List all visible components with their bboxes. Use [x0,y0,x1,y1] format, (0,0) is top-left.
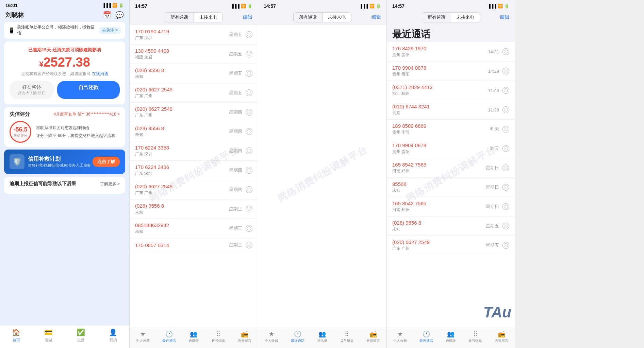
phone-nav-favorites[interactable]: ★ 个人收藏 [136,330,150,343]
call-info-button[interactable]: ⓘ [502,87,509,94]
phone-nav-favorites-p4[interactable]: ★ 个人收藏 [393,330,407,343]
friend-pay-button[interactable]: 好友帮还 压力大 别自己扛 [10,81,54,99]
call-info-button[interactable]: ⓘ [502,68,509,74]
call-item[interactable]: 170 6224 3436广东 深圳星期四ⓘ [130,161,258,180]
phone-nav-favorites-p3[interactable]: ★ 个人收藏 [265,330,278,343]
call-info-button[interactable]: ⓘ [246,31,252,38]
call-item[interactable]: (028) 9556 8未知星期四ⓘ [130,122,258,141]
call-info-button[interactable]: ⓘ [246,225,252,232]
nav-home[interactable]: 🏠 首页 [12,328,20,343]
call-location: 广东 深圳 [135,35,229,41]
edit-button-p2[interactable]: 编辑 [243,14,252,20]
call-item[interactable]: 130 4590 4408福建 龙岩星期五ⓘ [130,45,258,64]
call-info-button[interactable]: ⓘ [502,48,509,55]
call-item[interactable]: 085188632942未知星期三ⓘ [130,219,258,238]
call-info-button[interactable]: ⓘ [246,89,252,96]
call-info-button[interactable]: ⓘ [246,109,252,116]
phone-nav-keypad[interactable]: ⠿ 拨号键盘 [212,330,225,343]
call-item[interactable]: (028) 9556 8未知星期五ⓘ [387,216,515,236]
call-day: 14:31 [488,49,499,54]
status-icons-p1: ▐▐▐ 🛜 🔋 [102,3,124,8]
phone-nav-keypad-p4[interactable]: ⠿ 拨号键盘 [468,330,482,343]
call-item[interactable]: (028) 9556 8未知星期三ⓘ [130,199,258,219]
phone-nav-contacts-p4[interactable]: 👥 通讯录 [446,330,456,343]
call-info-button[interactable]: ⓘ [246,186,252,193]
edit-button-p4[interactable]: 编辑 [500,14,509,20]
nav-life[interactable]: ✅ 生活 [77,328,85,343]
call-info-button[interactable]: ⓘ [246,167,252,174]
phone-nav-recents[interactable]: 🕐 最近通话 [162,330,176,343]
call-item[interactable]: (020) 6627 2549广东 广州星期五ⓘ [130,83,258,103]
message-icon[interactable]: 💬 [115,11,124,19]
phone-nav-voicemail-p4[interactable]: 📻 语音留言 [495,330,508,343]
phone-nav-keypad-p3[interactable]: ⠿ 拨号键盘 [340,330,354,343]
call-item[interactable]: 165 8542 7565河南 郑州星期日ⓘ [387,197,515,216]
call-info-button[interactable]: ⓘ [246,51,252,57]
call-day: 星期日 [486,165,499,171]
calendar-icon[interactable]: 📅 [103,11,111,19]
call-item[interactable]: (020) 6627 2549广东 广州星期四ⓘ [130,103,258,122]
tab-missed-p2[interactable]: 未接来电 [194,13,222,22]
nav-profile[interactable]: 👤 我的 [109,328,117,343]
phone-nav-voicemail-p3[interactable]: 📻 音音留言 [366,330,380,343]
call-item[interactable]: (010) 6744 3241北京11:38ⓘ [387,100,515,120]
credit-description: 将联系律师团对您发起律师函 评分下降至-60分，将提交材料进入起诉流程 [36,125,115,139]
call-info-button[interactable]: ⓘ [502,126,509,133]
credit-banner[interactable]: 🛡️ 信用补救计划 信息补救·绝费征信·减免活动·人工服务 点击了解 [4,150,125,174]
credit-banner-button[interactable]: 点击了解 [93,157,120,167]
call-location: 广东 广州 [392,246,486,251]
bottom-nav-p2: ★ 个人收藏 🕐 最近通话 👥 通讯录 ⠿ 拨号键盘 📻 语音留言 [130,328,258,348]
tab-all-calls-p4[interactable]: 所有通话 [422,13,451,22]
edit-button-p3[interactable]: 编辑 [371,14,381,20]
call-number-text: 165 8542 7565 [392,201,486,206]
court-link[interactable]: 4月庭审名单 邹** 36************418 > [54,111,120,117]
call-location: 贵州 贵阳 [392,149,490,155]
call-info-button[interactable]: ⓘ [246,70,252,77]
call-item[interactable]: 170 9904 0878贵州 贵阳14:29ⓘ [387,62,515,81]
call-item[interactable]: (0571) 2829 4413浙江 杭州11:40ⓘ [387,81,515,100]
call-item[interactable]: 189 8589 6669贵州 毕节昨天ⓘ [387,120,515,139]
nav-finance[interactable]: 💳 金融 [44,328,53,343]
phone-nav-contacts[interactable]: 👥 通讯录 [188,330,199,343]
call-info-button[interactable]: ⓘ [246,147,252,154]
self-pay-button[interactable]: 自己还款 [57,81,120,99]
call-item[interactable]: 176 8429 1970贵州 贵阳14:31ⓘ [387,42,515,62]
call-item[interactable]: 95568未知星期日ⓘ [387,178,515,197]
status-icons-p2: ▐▐▐ 🛜 🔋 [231,4,252,8]
online-chat-link[interactable]: 在线沟通 [92,71,108,76]
consequences-more-link[interactable]: 了解更多 > [100,181,120,187]
call-list-p4: 176 8429 1970贵州 贵阳14:31ⓘ170 9904 0878贵州 … [387,42,515,348]
call-info-button[interactable]: ⓘ [246,242,252,248]
wechat-banner[interactable]: 📱 关注账单助手公众号，领还款福利，拯救征信 去关注 > [4,22,125,39]
call-info-button[interactable]: ⓘ [502,203,509,210]
call-item[interactable]: (020) 6627 2549广东 广州星期四ⓘ [130,180,258,199]
call-info-button[interactable]: ⓘ [502,223,509,229]
call-info-button[interactable]: ⓘ [502,145,509,152]
call-item[interactable]: (028) 9556 8未知星期五ⓘ [130,64,258,83]
phone-nav-contacts-p3[interactable]: 👥 通讯录 [317,330,327,343]
call-info-button[interactable]: ⓘ [246,128,252,135]
call-item[interactable]: 170 6224 3358广东 深圳星期四ⓘ [130,141,258,161]
tab-all-calls-p2[interactable]: 所有通话 [165,13,194,22]
phone-nav-voicemail[interactable]: 📻 语音留言 [238,330,251,343]
call-day: 星期三 [229,225,242,231]
call-info-button[interactable]: ⓘ [502,184,509,191]
bottom-nav-p3: ★ 个人收藏 🕐 最近通话 👥 通讯录 ⠿ 拨号键盘 📻 音音留言 [258,328,386,348]
call-info-button[interactable]: ⓘ [502,106,509,113]
follow-button[interactable]: 去关注 > [99,27,121,34]
call-info-button[interactable]: ⓘ [246,206,252,212]
call-item[interactable]: (020) 6627 2549广东 广州星期五ⓘ [387,236,515,255]
tab-segment-p4: 所有通话 未接来电 [422,12,480,22]
call-item[interactable]: 165 8542 7565河南 郑州星期日ⓘ [387,158,515,178]
call-item[interactable]: 170 0190 4719广东 深圳星期五ⓘ [130,25,258,45]
tab-missed-p4[interactable]: 未接来电 [451,13,480,22]
call-info-button[interactable]: ⓘ [502,164,509,171]
call-info-button[interactable]: ⓘ [502,242,509,249]
tab-all-calls-p3[interactable]: 所有通话 [294,13,323,22]
call-location: 贵州 贵阳 [392,71,488,77]
phone-nav-recents-p3[interactable]: 🕐 最近通话 [291,330,304,343]
phone-nav-recents-p4[interactable]: 🕐 最近通话 [419,330,433,343]
call-item[interactable]: 175 0857 0314星期三ⓘ [130,238,258,252]
call-item[interactable]: 170 9904 0878贵州 贵阳昨天ⓘ [387,139,515,158]
tab-missed-p3[interactable]: 未接来电 [323,13,351,22]
